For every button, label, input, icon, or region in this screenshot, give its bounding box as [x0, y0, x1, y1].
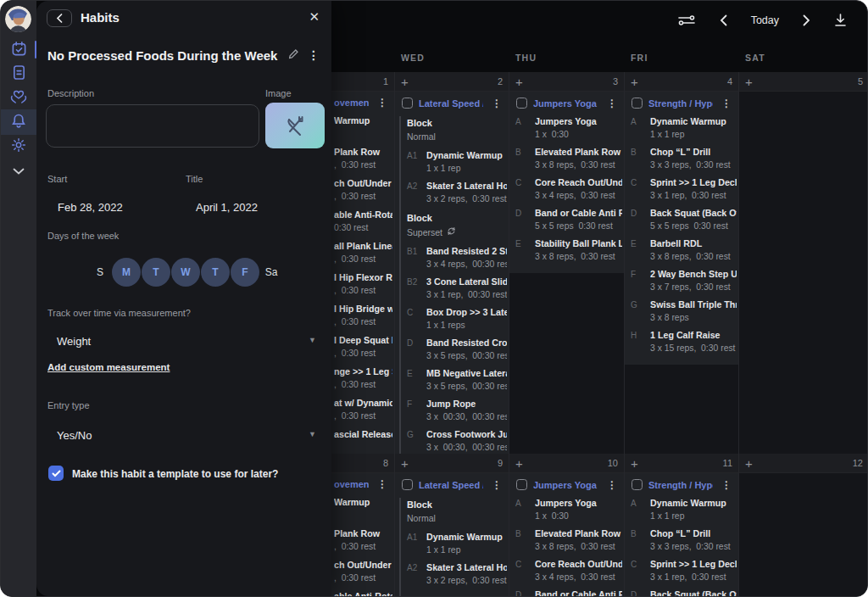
kebab-menu-icon[interactable]: ⋮: [719, 98, 734, 109]
chevron-down-icon[interactable]: ▼: [309, 430, 316, 438]
day-cell-body[interactable]: Lateral Speed / Plyo⋮BlockNormalA1Dynami…: [395, 473, 509, 596]
exercise-row[interactable]: CSprint >> 1 Leg Declarations3 x 1 rep, …: [625, 559, 738, 589]
exercise-row[interactable]: AJumpers Yoga1 x 0:30: [509, 498, 624, 528]
add-entry-icon[interactable]: +: [401, 457, 409, 470]
workout-card[interactable]: Lateral Speed / Plyo⋮BlockNormalA1Dynami…: [395, 92, 509, 454]
exercise-row[interactable]: ADynamic Warmup1 x 1 rep: [625, 498, 738, 528]
habit-kebab-menu-icon[interactable]: ⋮: [308, 48, 320, 62]
exercise-row[interactable]: CCore Reach Out/Under3 x 4 reps, 0:30 re…: [509, 177, 624, 208]
add-custom-measurement-link[interactable]: Add custom measurement: [47, 362, 170, 372]
workout-card[interactable]: Strength / Hypertro...⋮ADynamic Warmup1 …: [625, 473, 738, 596]
workout-checkbox[interactable]: [516, 479, 527, 490]
exercise-row[interactable]: DBand Resisted Crossover...3 x 5 reps, 0…: [401, 338, 509, 368]
filter-icon[interactable]: [677, 14, 696, 27]
exercise-row[interactable]: CCore Reach Out/Under3 x 4 reps, 0:30 re…: [509, 559, 624, 589]
workout-title[interactable]: ovement Q...: [334, 479, 369, 489]
add-entry-icon[interactable]: +: [631, 75, 638, 88]
exercise-row[interactable]: B1Band Resisted 2 Step Late...3 x 4 reps…: [401, 246, 509, 276]
chevron-down-icon[interactable]: ▼: [309, 336, 316, 344]
day-circle-selected[interactable]: T: [142, 258, 170, 287]
exercise-row[interactable]: AJumpers Yoga1 x 0:30: [509, 116, 624, 147]
workout-checkbox[interactable]: [632, 98, 643, 109]
workout-title[interactable]: Strength / Hypertro...: [648, 480, 713, 490]
workout-title[interactable]: Strength / Hypertro...: [648, 98, 713, 109]
kebab-menu-icon[interactable]: ⋮: [604, 98, 620, 109]
workout-checkbox[interactable]: [402, 98, 413, 109]
exercise-row[interactable]: DBand or Cable Anti Rotati...5 x 5 reps …: [509, 208, 624, 238]
day-circle-selected[interactable]: T: [201, 258, 230, 287]
sidebar-item-calendar-check[interactable]: [1, 38, 36, 62]
workout-title[interactable]: Lateral Speed / Plyo: [419, 480, 483, 490]
workout-card[interactable]: Strength / Hypertro...⋮ADynamic Warmup1 …: [625, 92, 738, 365]
day-cell-body[interactable]: Jumpers Yoga / Core⋮AJumpers Yoga1 x 0:3…: [509, 473, 624, 596]
add-entry-icon[interactable]: +: [515, 457, 523, 470]
workout-title[interactable]: Lateral Speed / Plyo: [419, 98, 483, 109]
kebab-menu-icon[interactable]: ⋮: [489, 480, 504, 490]
day-circle-selected[interactable]: F: [231, 258, 259, 287]
exercise-row[interactable]: A1Dynamic Warmup1 x 1 rep: [401, 532, 509, 562]
sidebar-item-gear[interactable]: [1, 135, 36, 159]
exercise-row[interactable]: EBarbell RDL3 x 8 reps, 0:30 rest: [625, 238, 738, 269]
workout-title[interactable]: Jumpers Yoga / Core: [533, 98, 598, 109]
exercise-row[interactable]: ADynamic Warmup1 x 1 rep: [625, 116, 738, 147]
close-icon[interactable]: ✕: [309, 9, 320, 25]
workout-card[interactable]: Jumpers Yoga / Core⋮AJumpers Yoga1 x 0:3…: [509, 92, 624, 273]
exercise-row[interactable]: DBand or Cable Anti Rotati...: [509, 589, 624, 596]
add-entry-icon[interactable]: +: [745, 75, 753, 88]
download-icon[interactable]: [834, 14, 847, 27]
day-cell-body[interactable]: ovement Q...⋮WarmupPlank Row, 0:30 restc…: [331, 92, 394, 454]
back-button[interactable]: [47, 9, 72, 27]
exercise-row[interactable]: DBack Squat (Back Off Set)5 x 5 reps 0:3…: [625, 208, 738, 238]
workout-card[interactable]: Lateral Speed / Plyo⋮BlockNormalA1Dynami…: [395, 473, 509, 596]
day-cell-body[interactable]: [739, 473, 868, 596]
day-circle-selected[interactable]: W: [171, 258, 200, 287]
day-circle-unselected[interactable]: Sa: [260, 266, 282, 278]
sidebar-item-chevron-down[interactable]: [1, 159, 36, 182]
exercise-row[interactable]: B23 Cone Lateral Slide3 x 1 rep, 00:30 r…: [401, 276, 509, 307]
exercise-row[interactable]: EStability Ball Plank Linear ...3 x 8 re…: [509, 238, 624, 269]
exercise-row[interactable]: EMB Negative Lateral Hop...3 x 5 reps, 0…: [401, 368, 509, 399]
day-circle-selected[interactable]: M: [112, 258, 141, 287]
sidebar-item-document[interactable]: [1, 62, 36, 86]
add-entry-icon[interactable]: +: [401, 75, 409, 88]
next-icon[interactable]: [803, 14, 810, 26]
add-entry-icon[interactable]: +: [515, 75, 523, 88]
day-cell-body[interactable]: [739, 92, 868, 454]
add-entry-icon[interactable]: +: [745, 457, 753, 470]
exercise-row[interactable]: BChop “L” Drill3 x 3 reps, 0:30 rest: [625, 147, 738, 177]
kebab-menu-icon[interactable]: ⋮: [375, 479, 390, 489]
exercise-row[interactable]: H1 Leg Calf Raise3 x 15 reps, 0:30 rest: [625, 330, 738, 360]
avatar[interactable]: [5, 6, 31, 32]
edit-pencil-icon[interactable]: [288, 47, 299, 63]
day-cell-body[interactable]: Strength / Hypertro...⋮ADynamic Warmup1 …: [625, 92, 738, 454]
kebab-menu-icon[interactable]: ⋮: [604, 480, 620, 490]
day-cell-body[interactable]: Jumpers Yoga / Core⋮AJumpers Yoga1 x 0:3…: [509, 92, 624, 454]
exercise-row[interactable]: BElevated Plank Row3 x 8 reps, 0:30 rest: [509, 528, 624, 559]
sidebar-item-heart-hands[interactable]: [1, 86, 36, 109]
exercise-row[interactable]: BElevated Plank Row3 x 8 reps, 0:30 rest: [509, 147, 624, 177]
workout-checkbox[interactable]: [516, 98, 527, 109]
day-cell-body[interactable]: ovement Q...⋮WarmupPlank Row, 0:30 restc…: [331, 473, 394, 596]
exercise-row[interactable]: A2Skater 3 Lateral Hops >> ...3 x 2 reps…: [401, 562, 509, 593]
exercise-row[interactable]: DBack Squat (Back Off Set): [625, 589, 738, 596]
workout-card[interactable]: ovement Q...⋮WarmupPlank Row, 0:30 restc…: [331, 473, 394, 596]
start-date-value[interactable]: Feb 28, 2022: [58, 201, 123, 214]
kebab-menu-icon[interactable]: ⋮: [375, 98, 390, 108]
exercise-row[interactable]: CBox Drop >> 3 Lateral H...1 x 1 reps: [401, 307, 509, 338]
end-date-value[interactable]: April 1, 2022: [196, 201, 258, 214]
workout-card[interactable]: Jumpers Yoga / Core⋮AJumpers Yoga1 x 0:3…: [509, 473, 624, 596]
habit-image-tile[interactable]: [265, 103, 325, 148]
exercise-row[interactable]: GCross Footwork Jump Rope3 x 00:30, 00:3…: [401, 429, 509, 454]
add-entry-icon[interactable]: +: [631, 457, 638, 470]
kebab-menu-icon[interactable]: ⋮: [719, 480, 734, 490]
template-checkbox[interactable]: [48, 466, 64, 481]
exercise-row[interactable]: BChop “L” Drill3 x 3 reps, 0:30 rest: [625, 528, 738, 559]
entry-type-select[interactable]: Yes/No: [57, 429, 92, 442]
exercise-row[interactable]: A2Skater 3 Lateral Hops >> ...3 x 2 reps…: [401, 181, 509, 211]
prev-icon[interactable]: [720, 14, 727, 26]
day-cell-body[interactable]: Lateral Speed / Plyo⋮BlockNormalA1Dynami…: [395, 92, 509, 454]
kebab-menu-icon[interactable]: ⋮: [489, 98, 504, 109]
exercise-row[interactable]: A1Dynamic Warmup1 x 1 rep: [401, 150, 509, 181]
workout-checkbox[interactable]: [632, 479, 643, 490]
workout-checkbox[interactable]: [402, 479, 413, 490]
